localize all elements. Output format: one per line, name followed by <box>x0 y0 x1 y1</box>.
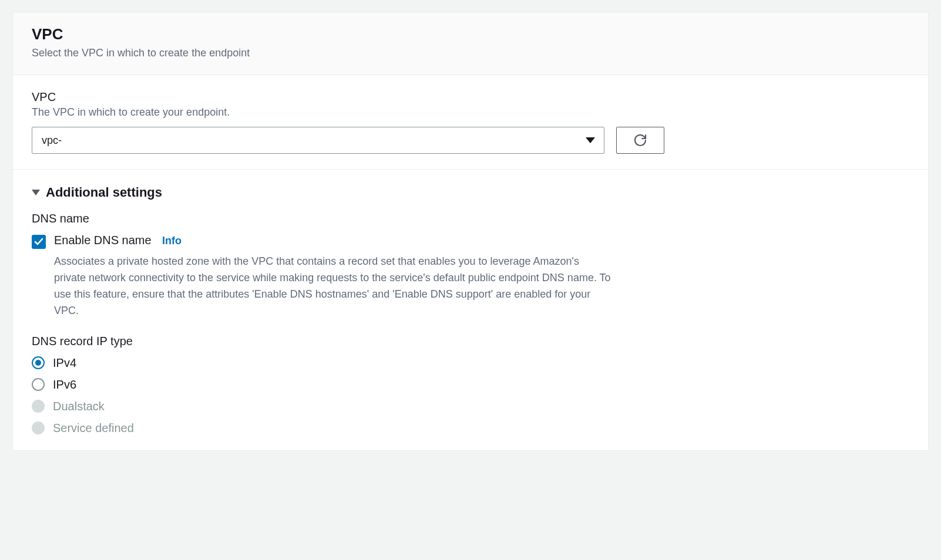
radio-label-ipv6: IPv6 <box>53 378 76 392</box>
vpc-field-label: VPC <box>32 90 909 104</box>
vpc-panel: VPC Select the VPC in which to create th… <box>12 12 929 451</box>
vpc-field-desc: The VPC in which to create your endpoint… <box>32 106 909 119</box>
enable-dns-checkbox[interactable] <box>32 235 46 249</box>
radio-ipv6[interactable] <box>32 378 45 391</box>
refresh-icon <box>633 133 647 147</box>
vpc-field-section: VPC The VPC in which to create your endp… <box>13 75 928 170</box>
enable-dns-row: Enable DNS name Info <box>32 234 909 249</box>
additional-settings-title: Additional settings <box>46 185 162 200</box>
additional-settings-section: Additional settings DNS name Enable DNS … <box>13 170 928 450</box>
radio-row-ipv6: IPv6 <box>32 378 909 392</box>
enable-dns-label-wrap: Enable DNS name Info <box>54 234 182 247</box>
vpc-select[interactable]: vpc- <box>32 127 604 154</box>
radio-label-dualstack: Dualstack <box>53 400 105 413</box>
dns-name-label: DNS name <box>32 212 909 225</box>
dns-ip-type-label: DNS record IP type <box>32 335 909 348</box>
svg-marker-1 <box>32 190 40 195</box>
radio-row-dualstack: Dualstack <box>32 400 909 413</box>
radio-label-service-defined: Service defined <box>53 421 134 435</box>
info-link[interactable]: Info <box>162 235 182 247</box>
vpc-selector-row: vpc- <box>32 127 909 154</box>
enable-dns-help-text: Associates a private hosted zone with th… <box>54 254 612 319</box>
panel-header: VPC Select the VPC in which to create th… <box>13 12 928 75</box>
radio-row-ipv4: IPv4 <box>32 356 909 370</box>
radio-row-service-defined: Service defined <box>32 421 909 435</box>
radio-ipv4[interactable] <box>32 356 45 369</box>
radio-dualstack <box>32 400 45 413</box>
radio-label-ipv4: IPv4 <box>53 356 76 370</box>
vpc-select-value: vpc- <box>42 134 62 147</box>
caret-down-icon <box>32 190 40 195</box>
panel-subtitle: Select the VPC in which to create the en… <box>32 47 909 59</box>
radio-service-defined <box>32 421 45 434</box>
panel-title: VPC <box>32 25 909 43</box>
vpc-select-wrap: vpc- <box>32 127 604 154</box>
additional-settings-toggle[interactable]: Additional settings <box>32 185 909 200</box>
dns-ip-type-group: IPv4 IPv6 Dualstack Service defined <box>32 356 909 435</box>
enable-dns-label: Enable DNS name <box>54 234 152 247</box>
check-icon <box>34 237 43 247</box>
refresh-button[interactable] <box>616 127 664 154</box>
